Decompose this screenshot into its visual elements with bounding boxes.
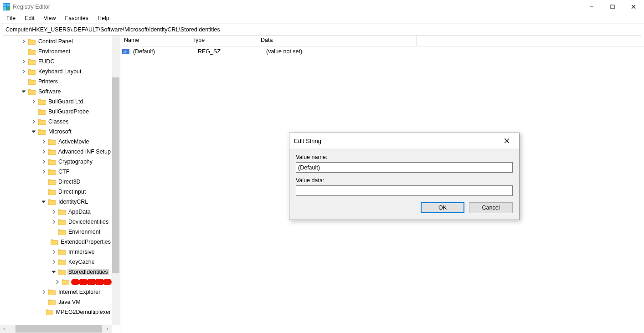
value-data-input[interactable]: [296, 185, 513, 196]
folder-icon: [28, 78, 36, 85]
chevron-right-icon[interactable]: [40, 168, 47, 175]
tree-item[interactable]: Software: [0, 87, 112, 97]
tree-item[interactable]: Advanced INF Setup: [0, 147, 112, 157]
folder-icon: [62, 279, 69, 285]
tree-item[interactable]: Environment: [0, 46, 112, 56]
tree-item[interactable]: Immersive: [0, 247, 112, 257]
tree-pane: Control PanelEnvironmentEUDCKeyboard Lay…: [0, 36, 120, 333]
tree-item[interactable]: Internet Explorer: [0, 287, 112, 297]
folder-icon: [28, 88, 36, 95]
address-bar[interactable]: Computer\HKEY_USERS\.DEFAULT\Software\Mi…: [3, 24, 641, 36]
folder-icon: [48, 299, 56, 305]
tree-item-label: CTF: [57, 169, 70, 175]
folder-icon: [58, 249, 66, 255]
tree-item[interactable]: ExtendedProperties: [0, 237, 112, 247]
tree-item[interactable]: Control Panel: [0, 36, 112, 46]
tree-item[interactable]: Java VM: [0, 297, 112, 307]
tree-item[interactable]: Environment: [0, 227, 112, 237]
expander-none: [40, 298, 47, 306]
chevron-down-icon[interactable]: [30, 128, 37, 135]
value-data: (value not set): [264, 48, 424, 55]
value-type: REG_SZ: [196, 48, 264, 55]
tree-item[interactable]: BullGuard Ltd.: [0, 97, 112, 107]
menu-help[interactable]: Help: [94, 14, 113, 22]
tree-item[interactable]: Classes: [0, 117, 112, 127]
expander-none: [20, 48, 27, 55]
tree-item[interactable]: EUDC: [0, 56, 112, 67]
horizontal-scrollbar[interactable]: ‹ ›: [0, 325, 112, 333]
expander-none: [40, 188, 47, 195]
tree-item[interactable]: MPEG2Demultiplexer: [0, 307, 112, 317]
tree-item[interactable]: DirectInput: [0, 187, 112, 197]
folder-icon: [28, 58, 36, 65]
tree-item-label: Advanced INF Setup: [57, 149, 112, 155]
chevron-right-icon[interactable]: [20, 58, 27, 65]
tree-item[interactable]: Direct3D: [0, 177, 112, 187]
folder-icon: [58, 209, 66, 215]
col-data[interactable]: Data: [257, 36, 417, 46]
tree-item[interactable]: CTF: [0, 167, 112, 177]
menu-edit[interactable]: Edit: [21, 14, 38, 22]
list-header[interactable]: Name Type Data: [120, 36, 644, 46]
tree-item[interactable]: ActiveMovie: [0, 137, 112, 147]
menubar: File Edit View Favorites Help: [0, 14, 644, 24]
tree-item[interactable]: Keyboard Layout: [0, 67, 112, 77]
folder-icon: [38, 98, 46, 105]
folder-icon: [38, 118, 46, 125]
col-name[interactable]: Name: [120, 36, 189, 46]
folder-icon: [46, 309, 53, 315]
tree-item[interactable]: StoredIdentities: [0, 267, 112, 277]
vertical-scrollbar[interactable]: [112, 36, 120, 325]
chevron-right-icon[interactable]: [20, 68, 27, 75]
chevron-down-icon[interactable]: [20, 88, 27, 95]
scrollbar-thumb-h[interactable]: [15, 325, 102, 333]
chevron-right-icon[interactable]: [40, 288, 47, 296]
chevron-right-icon[interactable]: [50, 208, 57, 215]
tree-item[interactable]: BullGuardProbe: [0, 107, 112, 117]
dialog-close-button[interactable]: [499, 133, 515, 149]
scrollbar-thumb[interactable]: [112, 77, 119, 273]
maximize-button[interactable]: [602, 0, 623, 14]
menu-favorites[interactable]: Favorites: [62, 14, 92, 22]
tree-item-label: DeviceIdentities: [67, 219, 109, 225]
value-row[interactable]: (Default) REG_SZ (value not set): [120, 46, 644, 56]
tree-item[interactable]: KeyCache: [0, 257, 112, 267]
tree-item[interactable]: [0, 277, 112, 287]
chevron-right-icon[interactable]: [30, 118, 37, 125]
chevron-right-icon[interactable]: [50, 248, 57, 256]
scroll-right-arrow[interactable]: ›: [104, 326, 111, 332]
chevron-down-icon[interactable]: [50, 268, 57, 276]
minimize-button[interactable]: [581, 0, 602, 14]
tree-item-label: Direct3D: [57, 179, 82, 185]
cancel-button[interactable]: Cancel: [469, 202, 513, 213]
menu-view[interactable]: View: [40, 14, 60, 22]
tree-item[interactable]: Cryptography: [0, 157, 112, 167]
value-name-input[interactable]: [296, 162, 513, 173]
chevron-right-icon[interactable]: [40, 148, 47, 155]
expander-none: [38, 308, 45, 316]
chevron-right-icon[interactable]: [40, 138, 47, 145]
chevron-right-icon[interactable]: [54, 278, 61, 286]
chevron-right-icon[interactable]: [20, 38, 27, 45]
ok-button[interactable]: OK: [421, 202, 464, 213]
tree-item-label: StoredIdentities: [67, 269, 109, 275]
string-value-icon: [122, 48, 129, 55]
chevron-down-icon[interactable]: [40, 198, 47, 205]
menu-file[interactable]: File: [3, 14, 19, 22]
tree-item-label: Internet Explorer: [57, 289, 101, 295]
tree-item[interactable]: AppData: [0, 207, 112, 217]
chevron-right-icon[interactable]: [50, 218, 57, 225]
scroll-left-arrow[interactable]: ‹: [1, 326, 7, 332]
tree-item[interactable]: Microsoft: [0, 127, 112, 137]
chevron-right-icon[interactable]: [50, 258, 57, 266]
tree-item-label: MPEG2Demultiplexer: [55, 309, 112, 315]
tree-item[interactable]: Printers: [0, 77, 112, 87]
close-button[interactable]: [623, 0, 644, 14]
col-type[interactable]: Type: [189, 36, 257, 46]
chevron-right-icon[interactable]: [40, 158, 47, 165]
chevron-right-icon[interactable]: [30, 98, 37, 105]
expander-none: [30, 108, 37, 115]
tree-item[interactable]: DeviceIdentities: [0, 217, 112, 227]
folder-icon: [58, 269, 66, 275]
tree-item[interactable]: IdentityCRL: [0, 197, 112, 207]
